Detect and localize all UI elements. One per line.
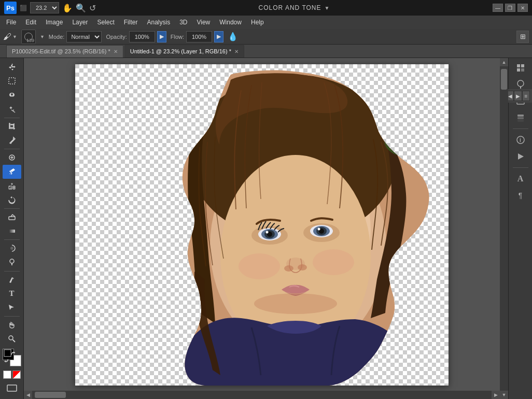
tool-pen[interactable]	[3, 273, 21, 287]
menu-file[interactable]: File	[2, 17, 20, 27]
right-layers-icon[interactable]	[511, 110, 530, 125]
tool-healing[interactable]	[3, 151, 21, 164]
zoom-tool-icon[interactable]: 🔍	[76, 3, 86, 13]
airbrush-icon[interactable]: 💧	[228, 32, 238, 41]
svg-point-33	[318, 228, 320, 231]
tab-1[interactable]: Untitled-1 @ 23.2% (Layer 1, RGB/16) * ✕	[124, 45, 244, 58]
scroll-down-btn[interactable]: ▼	[500, 391, 508, 399]
svg-line-8	[12, 340, 15, 343]
minimize-button[interactable]: —	[493, 4, 503, 12]
tool-marquee[interactable]	[3, 74, 21, 88]
tab-0-close[interactable]: ✕	[114, 49, 118, 54]
svg-rect-4	[9, 230, 15, 233]
opacity-label: Opacity:	[106, 34, 127, 40]
tool-preset-picker[interactable]: 🖌 ▼	[3, 32, 17, 41]
tool-screen-mode[interactable]	[3, 381, 21, 395]
flow-input[interactable]	[186, 31, 212, 42]
menu-image[interactable]: Image	[41, 17, 67, 27]
svg-point-28	[266, 231, 269, 234]
tab-1-close[interactable]: ✕	[234, 49, 239, 54]
tab-scroll-right[interactable]: ▶	[514, 91, 522, 101]
svg-rect-50	[517, 120, 524, 122]
menu-filter[interactable]: Filter	[120, 17, 142, 27]
tool-type[interactable]: T	[3, 287, 21, 301]
menu-edit[interactable]: Edit	[21, 17, 40, 27]
right-actions-icon[interactable]	[511, 149, 530, 164]
right-info-icon[interactable]: i	[511, 132, 530, 148]
tool-blur[interactable]	[3, 241, 21, 255]
menu-analysis[interactable]: Analysis	[143, 17, 174, 27]
panels-icon[interactable]: ⊞	[516, 31, 529, 43]
canvas-container: Copyright 2011 www.DPNow.com	[24, 58, 500, 391]
quick-mask-mode[interactable]	[3, 369, 21, 380]
tab-list[interactable]: ≡	[522, 91, 530, 101]
scroll-right-btn[interactable]: ▶	[492, 391, 500, 399]
tool-gradient[interactable]	[3, 224, 21, 238]
tool-magic-wand[interactable]	[3, 103, 21, 116]
rotate-icon[interactable]: ↺	[89, 3, 96, 13]
tool-zoom[interactable]	[3, 332, 21, 346]
tab-scroll-arrows: ◀ ▶ ≡	[506, 89, 532, 103]
close-button[interactable]: ✕	[517, 4, 528, 12]
tool-lasso[interactable]	[3, 88, 21, 102]
tool-brush[interactable]	[3, 165, 21, 178]
normal-mode-btn[interactable]	[3, 370, 11, 379]
opacity-input[interactable]	[129, 31, 155, 42]
horizontal-scrollbar[interactable]: ◀ ▶	[24, 391, 500, 399]
brush-picker[interactable]: 139	[21, 30, 36, 44]
ps-icon-2: ⬛	[20, 5, 27, 11]
scroll-left-btn[interactable]: ◀	[24, 391, 32, 399]
menu-layer[interactable]: Layer	[68, 17, 92, 27]
quick-mask-btn[interactable]	[12, 370, 21, 379]
menu-help[interactable]: Help	[247, 17, 268, 27]
svg-rect-42	[517, 68, 520, 72]
tool-path-select[interactable]	[3, 301, 21, 315]
toolbar-divider-2	[4, 149, 20, 149]
right-presets-icon[interactable]	[511, 60, 530, 76]
mode-select[interactable]: Normal Multiply Screen Overlay	[66, 31, 102, 42]
hand-tool-icon[interactable]: ✋	[62, 3, 73, 13]
tool-eraser[interactable]	[3, 210, 21, 224]
scroll-thumb-h[interactable]	[35, 392, 66, 398]
svg-point-6	[10, 259, 14, 263]
doc-selector[interactable]: 23.2	[30, 2, 59, 13]
right-panel-divider-2	[513, 167, 528, 168]
menu-bar: File Edit Image Layer Select Filter Anal…	[0, 16, 532, 29]
scroll-thumb-v[interactable]	[501, 69, 507, 90]
title-bar: Ps ⬛ 23.2 ✋ 🔍 ↺ COLOR AND TONE ▼ — ❐ ✕	[0, 0, 532, 16]
svg-rect-40	[517, 64, 520, 67]
menu-3d[interactable]: 3D	[175, 17, 191, 27]
menu-window[interactable]: Window	[215, 17, 246, 27]
tool-eyedropper[interactable]	[3, 134, 21, 147]
tool-move[interactable]	[3, 60, 21, 74]
workspace-arrow[interactable]: ▼	[325, 5, 330, 11]
restore-button[interactable]: ❐	[505, 4, 515, 12]
svg-rect-43	[521, 68, 524, 72]
tool-dodge[interactable]	[3, 255, 21, 269]
toolbar-divider-4	[4, 239, 20, 240]
right-char-panel-icon[interactable]: A	[511, 171, 530, 187]
vertical-scrollbar[interactable]: ▲ ▼	[500, 58, 508, 399]
svg-point-5	[10, 247, 13, 250]
svg-point-7	[9, 336, 13, 340]
menu-select[interactable]: Select	[93, 17, 118, 27]
tool-clone[interactable]	[3, 179, 21, 193]
svg-rect-41	[521, 64, 524, 67]
flow-arrow[interactable]: ▶	[214, 31, 223, 42]
fg-bg-colors[interactable]	[3, 349, 21, 366]
opacity-arrow[interactable]: ▶	[157, 31, 166, 42]
scroll-up-btn[interactable]: ▲	[500, 58, 508, 66]
brush-arrow[interactable]: ▼	[40, 34, 45, 39]
tool-hand[interactable]	[3, 318, 21, 332]
menu-view[interactable]: View	[192, 17, 214, 27]
tab-0[interactable]: P1000295-Edit.tif @ 23.5% (RGB/16) * ✕	[6, 45, 123, 58]
tab-bar: P1000295-Edit.tif @ 23.5% (RGB/16) * ✕ U…	[0, 45, 532, 58]
tool-history[interactable]	[3, 193, 21, 207]
tool-crop[interactable]	[3, 120, 21, 133]
right-para-icon[interactable]: ¶	[511, 188, 530, 203]
svg-rect-9	[4, 350, 11, 357]
ps-logo: Ps	[4, 2, 17, 14]
main-area: T	[0, 58, 532, 399]
svg-rect-48	[517, 115, 524, 117]
svg-point-36	[298, 264, 307, 270]
